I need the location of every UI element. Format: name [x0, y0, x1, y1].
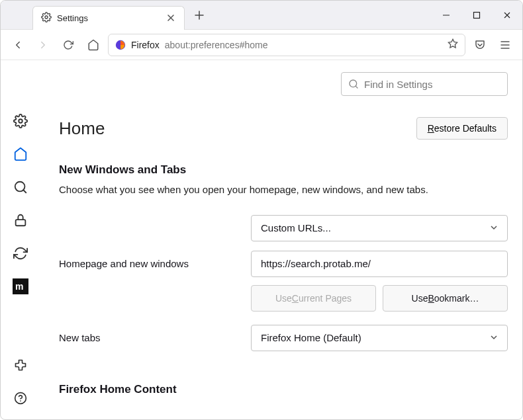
- section-description: Choose what you see when you open your h…: [59, 183, 508, 196]
- sidebar-help[interactable]: [11, 389, 30, 407]
- sidebar-sync[interactable]: [11, 244, 30, 263]
- window-controls: [431, 1, 522, 30]
- gear-icon: [41, 12, 52, 24]
- settings-search-input[interactable]: Find in Settings: [341, 72, 508, 96]
- chevron-down-icon: [490, 222, 498, 233]
- svg-rect-1: [474, 12, 480, 18]
- newtabs-select[interactable]: Firefox Home (Default): [251, 325, 508, 351]
- select-value: Custom URLs...: [261, 222, 331, 233]
- maximize-button[interactable]: [461, 1, 492, 30]
- main-content: Find in Settings Home RRestore Defaultse…: [40, 60, 522, 419]
- chevron-down-icon: [490, 332, 498, 343]
- homepage-label: Homepage and new windows: [59, 258, 251, 269]
- use-bookmark-button[interactable]: Use Bookmark…Use Bookmark…: [383, 285, 508, 312]
- homepage-mode-select[interactable]: Custom URLs...: [251, 215, 508, 241]
- use-current-pages-button[interactable]: Use Current PagesUse Current Pages: [251, 285, 376, 312]
- minimize-button[interactable]: [431, 1, 461, 30]
- nav-toolbar: Firefox about:preferences#home: [1, 30, 522, 60]
- subsection-title: Firefox Home Content: [59, 383, 508, 396]
- svg-rect-7: [16, 220, 26, 226]
- browser-tab[interactable]: Settings: [32, 6, 185, 30]
- newtabs-label: New tabs: [59, 332, 251, 343]
- homepage-url-input[interactable]: [251, 251, 508, 277]
- bookmark-star-icon[interactable]: [448, 38, 458, 52]
- close-window-button[interactable]: [492, 1, 522, 30]
- pocket-button[interactable]: [469, 34, 491, 56]
- home-toolbar-button[interactable]: [83, 34, 104, 56]
- page-title: Home: [59, 118, 105, 139]
- titlebar: Settings: [1, 1, 522, 30]
- svg-line-6: [23, 190, 26, 192]
- new-tab-button[interactable]: [190, 6, 209, 24]
- svg-line-13: [356, 86, 357, 88]
- forward-button[interactable]: [32, 34, 54, 56]
- sidebar-privacy[interactable]: [11, 211, 30, 230]
- svg-point-4: [19, 119, 23, 123]
- tab-title: Settings: [57, 13, 88, 23]
- sidebar-extensions[interactable]: [11, 356, 30, 374]
- select-value: Firefox Home (Default): [261, 332, 361, 343]
- urlbar-text: about:preferences#home: [165, 40, 268, 50]
- reload-button[interactable]: [58, 34, 79, 56]
- svg-point-0: [45, 16, 48, 19]
- search-placeholder: Find in Settings: [364, 79, 432, 90]
- svg-text:m: m: [15, 281, 23, 292]
- app-menu-button[interactable]: [495, 34, 516, 56]
- sidebar-search[interactable]: [11, 178, 30, 196]
- restore-defaults-button[interactable]: RRestore Defaultsestore Defaults: [416, 117, 508, 140]
- firefox-icon: [115, 40, 126, 50]
- search-icon: [348, 79, 359, 89]
- sidebar-home[interactable]: [11, 145, 30, 163]
- url-bar[interactable]: Firefox about:preferences#home: [108, 34, 465, 56]
- svg-marker-3: [448, 39, 457, 48]
- back-button[interactable]: [7, 34, 28, 56]
- section-title: New Windows and Tabs: [59, 163, 508, 177]
- tab-close-button[interactable]: [166, 13, 176, 23]
- sidebar-general[interactable]: [11, 112, 30, 130]
- category-sidebar: m: [1, 60, 40, 419]
- sidebar-mozilla[interactable]: m: [11, 277, 30, 296]
- urlbar-label: Firefox: [131, 40, 160, 50]
